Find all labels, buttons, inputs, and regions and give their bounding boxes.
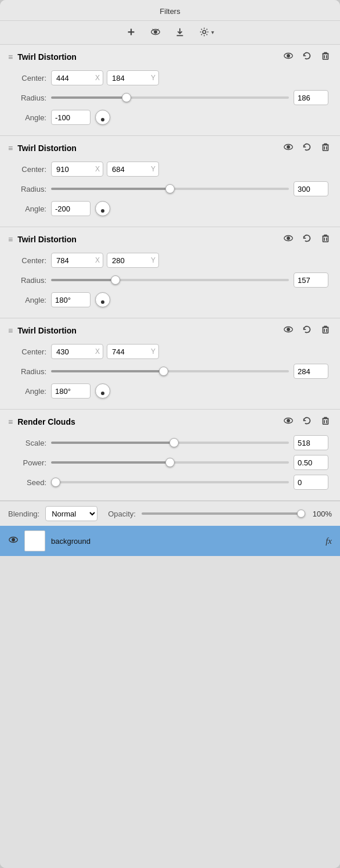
filter-block-twirl4: ≡ Twirl Distortion <box>0 318 340 410</box>
settings-button[interactable]: ▾ <box>197 26 216 38</box>
power-slider-clouds[interactable] <box>51 461 289 464</box>
visibility-button-twirl2[interactable] <box>282 142 295 155</box>
preview-button[interactable] <box>148 26 163 38</box>
seed-input-clouds[interactable] <box>294 475 328 490</box>
center-label: Center: <box>12 74 46 83</box>
delete-button-twirl1[interactable] <box>319 51 332 63</box>
radius-input-twirl1[interactable] <box>294 90 328 105</box>
center-y-input-twirl3[interactable] <box>107 253 159 268</box>
power-slider-row-clouds <box>51 455 328 470</box>
center-label: Center: <box>12 256 46 265</box>
svg-point-33 <box>12 539 15 541</box>
angle-row-twirl4: Angle: <box>0 381 340 401</box>
seed-slider-clouds[interactable] <box>51 481 289 483</box>
opacity-slider[interactable] <box>142 512 305 515</box>
center-row-twirl2: Center: X Y <box>0 159 340 179</box>
center-x-input-twirl2[interactable] <box>51 162 103 177</box>
drag-handle-icon[interactable]: ≡ <box>8 52 13 62</box>
svg-point-18 <box>287 237 290 240</box>
svg-point-6 <box>202 30 205 33</box>
radius-label: Radius: <box>12 94 46 102</box>
center-x-input-twirl3[interactable] <box>51 253 103 268</box>
center-y-input-twirl2[interactable] <box>107 162 159 177</box>
add-filter-button[interactable] <box>124 26 139 38</box>
filter-actions-twirl4 <box>282 324 332 337</box>
coord-inputs-twirl1: X Y <box>51 70 159 85</box>
filter-actions-clouds <box>282 415 332 428</box>
visibility-button-twirl3[interactable] <box>282 233 295 246</box>
center-y-input-twirl1[interactable] <box>107 70 159 85</box>
angle-input-twirl2[interactable] <box>51 201 91 216</box>
radius-slider-twirl1[interactable] <box>51 96 289 99</box>
scale-slider-row-clouds <box>51 435 328 450</box>
svg-rect-29 <box>323 418 328 424</box>
angle-dial-twirl3[interactable] <box>95 292 110 307</box>
drag-handle-icon[interactable]: ≡ <box>8 235 13 244</box>
svg-point-13 <box>287 146 290 149</box>
blending-select[interactable]: Normal Multiply Screen Overlay Darken Li… <box>45 506 97 521</box>
scale-label: Scale: <box>12 439 46 447</box>
filter-header-twirl4: ≡ Twirl Distortion <box>0 318 340 342</box>
layer-visibility-button[interactable] <box>8 535 19 547</box>
radius-slider-twirl4[interactable] <box>51 370 289 372</box>
coord-inputs-twirl4: X Y <box>51 344 159 359</box>
radius-input-twirl3[interactable] <box>294 272 328 288</box>
reset-button-clouds[interactable] <box>301 415 313 428</box>
scale-input-clouds[interactable] <box>294 435 328 450</box>
radius-slider-twirl3[interactable] <box>51 279 289 281</box>
delete-button-twirl3[interactable] <box>319 233 332 246</box>
scale-row-clouds: Scale: <box>0 433 340 453</box>
export-button[interactable] <box>172 26 187 38</box>
drag-handle-icon[interactable]: ≡ <box>8 417 13 426</box>
filter-block-twirl1: ≡ Twirl Distortion <box>0 45 340 136</box>
radius-input-twirl4[interactable] <box>294 364 328 379</box>
angle-wrap-twirl2 <box>51 201 110 216</box>
radius-row-twirl1: Radius: <box>0 88 340 107</box>
filter-header-twirl1: ≡ Twirl Distortion <box>0 45 340 68</box>
radius-slider-twirl2[interactable] <box>51 188 289 190</box>
radius-row-twirl2: Radius: <box>0 179 340 199</box>
power-input-clouds[interactable] <box>294 455 328 470</box>
center-x-input-twirl1[interactable] <box>51 70 103 85</box>
reset-button-twirl3[interactable] <box>301 233 313 246</box>
layer-row[interactable]: background fx <box>0 526 340 556</box>
angle-dial-twirl1[interactable] <box>95 110 110 125</box>
angle-input-twirl4[interactable] <box>51 383 91 399</box>
reset-button-twirl2[interactable] <box>301 142 313 155</box>
power-label: Power: <box>12 458 46 467</box>
svg-point-23 <box>287 328 290 331</box>
angle-input-twirl3[interactable] <box>51 292 91 307</box>
drag-handle-icon[interactable]: ≡ <box>8 326 13 335</box>
delete-button-twirl2[interactable] <box>319 142 332 155</box>
drag-handle-icon[interactable]: ≡ <box>8 144 13 153</box>
reset-button-twirl4[interactable] <box>301 324 313 337</box>
opacity-label: Opacity: <box>108 510 136 518</box>
angle-dial-twirl2[interactable] <box>95 201 110 216</box>
reset-button-twirl1[interactable] <box>301 51 313 63</box>
radius-input-twirl2[interactable] <box>294 181 328 196</box>
power-row-clouds: Power: <box>0 453 340 472</box>
filter-block-twirl3: ≡ Twirl Distortion <box>0 227 340 318</box>
seed-slider-row-clouds <box>51 475 328 490</box>
visibility-button-twirl4[interactable] <box>282 324 295 337</box>
delete-button-clouds[interactable] <box>319 415 332 428</box>
center-x-input-twirl4[interactable] <box>51 344 103 359</box>
svg-rect-19 <box>323 236 328 242</box>
radius-row-twirl4: Radius: <box>0 361 340 381</box>
visibility-button-twirl1[interactable] <box>282 51 295 63</box>
center-row-twirl4: Center: X Y <box>0 342 340 361</box>
angle-row-twirl3: Angle: <box>0 290 340 310</box>
center-y-input-twirl4[interactable] <box>107 344 159 359</box>
visibility-button-clouds[interactable] <box>282 415 295 428</box>
scale-slider-clouds[interactable] <box>51 442 289 444</box>
angle-dial-twirl4[interactable] <box>95 383 110 399</box>
seed-row-clouds: Seed: <box>0 472 340 492</box>
radius-slider-row-twirl2 <box>51 181 328 196</box>
panel-title: Filters <box>160 7 180 16</box>
angle-dial-dot <box>101 300 104 304</box>
delete-button-twirl4[interactable] <box>319 324 332 337</box>
filter-header-twirl2: ≡ Twirl Distortion <box>0 136 340 159</box>
center-row-twirl1: Center: X Y <box>0 68 340 88</box>
angle-input-twirl1[interactable] <box>51 110 91 125</box>
svg-point-28 <box>287 419 290 422</box>
